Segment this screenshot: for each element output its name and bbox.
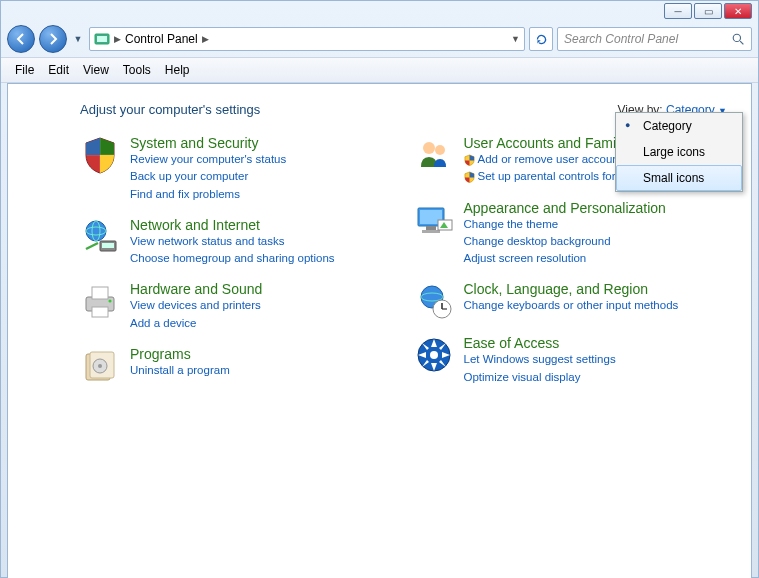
- category-link[interactable]: Review your computer's status: [130, 151, 286, 168]
- svg-rect-21: [426, 226, 436, 230]
- category-title[interactable]: System and Security: [130, 135, 286, 151]
- category-link[interactable]: View network status and tasks: [130, 233, 335, 250]
- svg-rect-8: [102, 243, 114, 248]
- category-link[interactable]: Add a device: [130, 315, 262, 332]
- category-link[interactable]: View devices and printers: [130, 297, 262, 314]
- category-title[interactable]: Programs: [130, 346, 230, 362]
- category-title[interactable]: Clock, Language, and Region: [464, 281, 679, 297]
- menu-help[interactable]: Help: [159, 61, 196, 79]
- category-icon: [414, 281, 454, 321]
- svg-point-2: [733, 34, 740, 41]
- search-placeholder: Search Control Panel: [564, 32, 678, 46]
- search-icon: [732, 33, 745, 46]
- svg-point-4: [86, 221, 106, 241]
- category-right-2: Clock, Language, and RegionChange keyboa…: [414, 281, 728, 321]
- menu-file[interactable]: File: [9, 61, 40, 79]
- category-link[interactable]: Optimize visual display: [464, 369, 616, 386]
- arrow-right-icon: [47, 33, 59, 45]
- forward-button[interactable]: [39, 25, 67, 53]
- titlebar: ─ ▭ ✕: [1, 1, 758, 21]
- breadcrumb-separator: ▶: [114, 34, 121, 44]
- category-left-0: System and SecurityReview your computer'…: [80, 135, 394, 203]
- breadcrumb-separator: ▶: [202, 34, 209, 44]
- content-area: Adjust your computer's settings View by:…: [7, 83, 752, 578]
- menu-bar: File Edit View Tools Help: [1, 57, 758, 83]
- category-icon: [80, 281, 120, 321]
- svg-point-16: [98, 364, 102, 368]
- category-link[interactable]: Back up your computer: [130, 168, 286, 185]
- category-link[interactable]: Change the theme: [464, 216, 666, 233]
- category-left-1: Network and InternetView network status …: [80, 217, 394, 268]
- viewby-option-category[interactable]: Category: [616, 113, 742, 139]
- svg-point-18: [435, 145, 445, 155]
- refresh-button[interactable]: [529, 27, 553, 51]
- category-icon: [80, 346, 120, 386]
- category-icon: [414, 135, 454, 175]
- category-link[interactable]: Uninstall a program: [130, 362, 230, 379]
- category-right-3: Ease of AccessLet Windows suggest settin…: [414, 335, 728, 386]
- svg-rect-10: [92, 287, 108, 299]
- control-panel-icon: [94, 31, 110, 47]
- category-link[interactable]: Change desktop background: [464, 233, 666, 250]
- category-link[interactable]: Choose homegroup and sharing options: [130, 250, 335, 267]
- menu-view[interactable]: View: [77, 61, 115, 79]
- minimize-button[interactable]: ─: [664, 3, 692, 19]
- category-icon: [414, 335, 454, 375]
- menu-tools[interactable]: Tools: [117, 61, 157, 79]
- category-left-3: ProgramsUninstall a program: [80, 346, 394, 386]
- address-bar[interactable]: ▶ Control Panel ▶ ▼: [89, 27, 525, 51]
- category-title[interactable]: Network and Internet: [130, 217, 335, 233]
- search-input[interactable]: Search Control Panel: [557, 27, 752, 51]
- category-title[interactable]: Hardware and Sound: [130, 281, 262, 297]
- category-icon: [414, 200, 454, 240]
- svg-rect-1: [97, 36, 107, 42]
- address-dropdown[interactable]: ▼: [511, 34, 520, 44]
- history-dropdown[interactable]: ▼: [71, 32, 85, 46]
- back-button[interactable]: [7, 25, 35, 53]
- category-link[interactable]: Let Windows suggest settings: [464, 351, 616, 368]
- category-title[interactable]: Appearance and Personalization: [464, 200, 666, 216]
- svg-rect-22: [422, 230, 440, 233]
- category-link[interactable]: Adjust screen resolution: [464, 250, 666, 267]
- category-icon: [80, 217, 120, 257]
- category-icon: [80, 135, 120, 175]
- viewby-option-large[interactable]: Large icons: [616, 139, 742, 165]
- page-title: Adjust your computer's settings: [80, 102, 260, 117]
- menu-edit[interactable]: Edit: [42, 61, 75, 79]
- svg-point-30: [430, 351, 438, 359]
- uac-shield-icon: [464, 154, 475, 166]
- svg-rect-11: [92, 307, 108, 317]
- arrow-left-icon: [15, 33, 27, 45]
- svg-point-17: [423, 142, 435, 154]
- view-by-dropdown-menu: Category Large icons Small icons: [615, 112, 743, 192]
- refresh-icon: [535, 33, 548, 46]
- control-panel-window: ─ ▭ ✕ ▼ ▶ Control Panel ▶ ▼: [0, 0, 759, 578]
- svg-line-3: [740, 41, 743, 44]
- maximize-button[interactable]: ▭: [694, 3, 722, 19]
- navigation-bar: ▼ ▶ Control Panel ▶ ▼ Search Control Pan…: [1, 21, 758, 57]
- viewby-option-small[interactable]: Small icons: [616, 165, 742, 191]
- uac-shield-icon: [464, 171, 475, 183]
- svg-point-12: [109, 300, 112, 303]
- category-link[interactable]: Change keyboards or other input methods: [464, 297, 679, 314]
- category-right-1: Appearance and PersonalizationChange the…: [414, 200, 728, 268]
- category-left-2: Hardware and SoundView devices and print…: [80, 281, 394, 332]
- breadcrumb-control-panel[interactable]: Control Panel: [125, 32, 198, 46]
- category-title[interactable]: Ease of Access: [464, 335, 616, 351]
- close-button[interactable]: ✕: [724, 3, 752, 19]
- category-link[interactable]: Find and fix problems: [130, 186, 286, 203]
